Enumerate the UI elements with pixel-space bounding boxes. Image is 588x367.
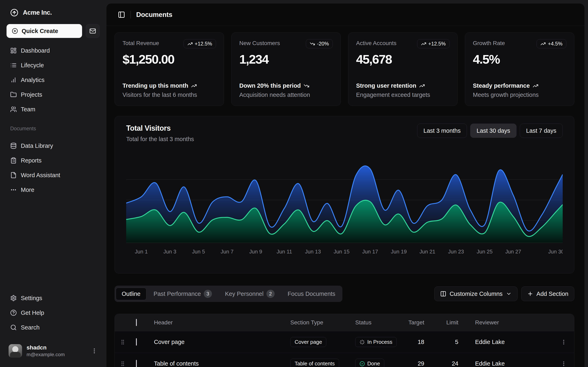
circle-plus-icon [12, 28, 18, 34]
col-header: Header [154, 319, 290, 326]
nav-label: Search [21, 324, 40, 331]
customize-columns-button[interactable]: Customize Columns [434, 286, 517, 301]
trend-badge: +12.5% [417, 39, 450, 48]
nav-label: Get Help [21, 309, 44, 316]
cell-reviewer[interactable]: Eddie Lake [458, 339, 557, 345]
panel-left-icon [118, 11, 125, 18]
metric-footline: Down 20% this period [239, 82, 333, 89]
cell-limit[interactable]: 5 [424, 339, 458, 345]
range-last-3-months[interactable]: Last 3 months [417, 124, 467, 138]
metric-value: $1,250.00 [122, 52, 216, 67]
sidebar-item-settings[interactable]: Settings [6, 291, 100, 305]
chevron-down-icon [506, 291, 512, 297]
panel-left-icon [118, 11, 125, 18]
cell-target[interactable]: 18 [406, 339, 424, 345]
add-section-button[interactable]: Add Section [521, 286, 574, 301]
drag-handle[interactable] [120, 361, 136, 367]
section-tabs: OutlinePast Performance3Key Personnel2Fo… [114, 286, 342, 302]
metric-value: 1,234 [239, 52, 333, 67]
nav-label: Analytics [21, 77, 44, 83]
row-actions-button[interactable] [557, 339, 570, 345]
tab-focus-documents[interactable]: Focus Documents [282, 288, 341, 300]
row-checkbox[interactable] [136, 338, 137, 346]
tab-label: Outline [122, 291, 140, 297]
clipboard-list-icon [10, 157, 17, 164]
header-separator [130, 11, 131, 18]
range-last-30-days[interactable]: Last 30 days [470, 124, 516, 138]
cell-limit[interactable]: 24 [424, 360, 458, 367]
circle-help-icon [10, 309, 17, 316]
sidebar-nav-main: DashboardLifecycleAnalyticsProjectsTeam [6, 43, 100, 117]
tab-past-performance[interactable]: Past Performance3 [148, 287, 218, 301]
page-content: Total Revenue +12.5% $1,250.00 Trending … [106, 26, 585, 367]
trending-down-icon [310, 41, 315, 47]
chart-column-icon [10, 77, 17, 83]
database-icon [10, 142, 17, 149]
metric-footline: Strong user retention [356, 82, 450, 89]
range-last-7-days[interactable]: Last 7 days [520, 124, 563, 138]
x-tick-label: Jun 1 [135, 249, 148, 254]
more-vertical-icon [561, 361, 567, 367]
metric-label: Active Accounts [356, 39, 397, 47]
chevron-down-icon [506, 291, 512, 297]
sidebar-item-dashboard[interactable]: Dashboard [6, 43, 100, 58]
sidebar-item-lifecycle[interactable]: Lifecycle [6, 58, 100, 73]
grip-vertical-icon [120, 361, 126, 367]
metric-value: 4.5% [473, 52, 566, 67]
sidebar-item-team[interactable]: Team [6, 102, 100, 117]
user-email: m@example.com [26, 352, 65, 358]
cell-header[interactable]: Table of contents [154, 360, 290, 367]
circle-plus-icon [12, 28, 18, 34]
visitors-area-chart[interactable]: Jun 1Jun 3Jun 5Jun 7Jun 9Jun 11Jun 13Jun… [126, 157, 563, 259]
quick-create-button[interactable]: Quick Create [7, 24, 82, 38]
table-row-cover-page: Cover page Cover page In Process 18 5 Ed… [115, 331, 574, 353]
user-menu[interactable]: shadcn m@example.com [6, 342, 100, 360]
sidebar-item-analytics[interactable]: Analytics [6, 73, 100, 87]
settings-icon [10, 295, 17, 301]
columns-icon [440, 291, 446, 297]
sidebar-item-reports[interactable]: Reports [6, 153, 100, 168]
row-checkbox[interactable] [136, 360, 137, 367]
sidebar-item-data-library[interactable]: Data Library [6, 138, 100, 153]
sidebar-toggle-button[interactable] [118, 11, 125, 18]
metric-card-active-accounts: Active Accounts +12.5% 45,678 Strong use… [348, 33, 458, 106]
area-chart-svg[interactable]: Jun 1Jun 3Jun 5Jun 7Jun 9Jun 11Jun 13Jun… [126, 157, 563, 259]
cell-target[interactable]: 29 [406, 360, 424, 367]
cell-header[interactable]: Cover page [154, 339, 290, 345]
trend-badge: +12.5% [183, 39, 216, 48]
tab-key-personnel[interactable]: Key Personnel2 [219, 287, 281, 301]
select-all-checkbox[interactable] [136, 319, 137, 326]
tab-count-badge: 2 [267, 290, 275, 298]
sidebar-item-search[interactable]: Search [6, 320, 100, 335]
sidebar-item-get-help[interactable]: Get Help [6, 305, 100, 320]
user-more-icon[interactable] [91, 348, 98, 354]
sidebar-section-label: Documents [10, 125, 100, 132]
row-actions-button[interactable] [557, 361, 570, 367]
trending-down-icon [303, 83, 309, 89]
plus-icon [527, 291, 533, 297]
tab-outline[interactable]: Outline [116, 288, 146, 300]
nav-label: Dashboard [21, 47, 50, 54]
nav-label: Word Assistant [21, 172, 60, 179]
org-switcher[interactable]: Acme Inc. [6, 6, 100, 20]
sidebar-item-more[interactable]: More [6, 183, 100, 197]
nav-label: Team [21, 106, 35, 113]
cell-reviewer[interactable]: Eddie Lake [458, 360, 557, 367]
nav-label: Reports [21, 157, 42, 164]
mail-icon [89, 28, 96, 34]
inbox-button[interactable] [86, 24, 100, 38]
org-name: Acme Inc. [23, 9, 52, 16]
sidebar-item-projects[interactable]: Projects [6, 87, 100, 102]
table-header-row: Header Section Type Status Target Limit … [115, 314, 574, 331]
x-tick-label: Jun 27 [505, 249, 521, 254]
folder-icon [10, 91, 17, 98]
section-type-badge: Table of contents [290, 359, 339, 367]
status-badge: In Process [355, 337, 397, 347]
nav-label: Lifecycle [21, 62, 44, 69]
x-tick-label: Jun 9 [249, 249, 262, 254]
col-section-type: Section Type [290, 319, 355, 326]
sidebar-item-word-assistant[interactable]: Word Assistant [6, 168, 100, 183]
x-tick-label: Jun 7 [221, 249, 233, 254]
metric-footnote: Meets growth projections [473, 92, 566, 98]
drag-handle[interactable] [120, 339, 136, 345]
